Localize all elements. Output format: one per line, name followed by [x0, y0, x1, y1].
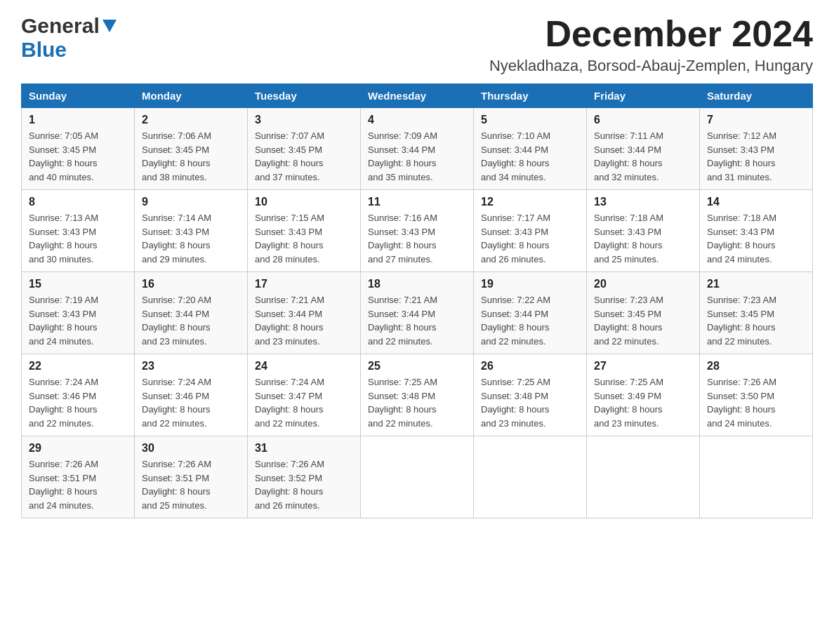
day-number: 25: [368, 360, 466, 373]
calendar-cell: 8Sunrise: 7:13 AMSunset: 3:43 PMDaylight…: [22, 190, 135, 272]
day-number: 30: [142, 442, 240, 455]
day-number: 19: [481, 278, 579, 290]
calendar-cell: 24Sunrise: 7:24 AMSunset: 3:47 PMDayligh…: [248, 354, 361, 436]
header-sunday: Sunday: [22, 84, 135, 108]
calendar-cell: 2Sunrise: 7:06 AMSunset: 3:45 PMDaylight…: [135, 108, 248, 190]
day-number: 13: [594, 196, 692, 208]
logo-general-text: General: [21, 14, 100, 38]
day-number: 14: [707, 196, 805, 208]
calendar-cell: 21Sunrise: 7:23 AMSunset: 3:45 PMDayligh…: [700, 272, 813, 354]
day-info: Sunrise: 7:25 AMSunset: 3:48 PMDaylight:…: [481, 375, 579, 430]
header-tuesday: Tuesday: [248, 84, 361, 108]
day-number: 28: [707, 360, 805, 373]
calendar-cell: 22Sunrise: 7:24 AMSunset: 3:46 PMDayligh…: [22, 354, 135, 436]
calendar-cell: 30Sunrise: 7:26 AMSunset: 3:51 PMDayligh…: [135, 436, 248, 518]
calendar-cell: 1Sunrise: 7:05 AMSunset: 3:45 PMDaylight…: [22, 108, 135, 190]
day-info: Sunrise: 7:23 AMSunset: 3:45 PMDaylight:…: [707, 293, 805, 348]
calendar-cell: 11Sunrise: 7:16 AMSunset: 3:43 PMDayligh…: [361, 190, 474, 272]
calendar-cell: 18Sunrise: 7:21 AMSunset: 3:44 PMDayligh…: [361, 272, 474, 354]
day-info: Sunrise: 7:15 AMSunset: 3:43 PMDaylight:…: [255, 211, 353, 266]
calendar-cell: 17Sunrise: 7:21 AMSunset: 3:44 PMDayligh…: [248, 272, 361, 354]
day-number: 8: [29, 196, 127, 208]
day-number: 22: [29, 360, 127, 373]
calendar-cell: 26Sunrise: 7:25 AMSunset: 3:48 PMDayligh…: [474, 354, 587, 436]
day-info: Sunrise: 7:21 AMSunset: 3:44 PMDaylight:…: [255, 293, 353, 348]
day-number: 20: [594, 278, 692, 290]
day-info: Sunrise: 7:24 AMSunset: 3:46 PMDaylight:…: [29, 375, 127, 430]
day-number: 12: [481, 196, 579, 208]
day-info: Sunrise: 7:25 AMSunset: 3:48 PMDaylight:…: [368, 375, 466, 430]
day-number: 5: [481, 114, 579, 126]
day-info: Sunrise: 7:11 AMSunset: 3:44 PMDaylight:…: [594, 129, 692, 184]
day-number: 9: [142, 196, 240, 208]
day-number: 31: [255, 442, 353, 455]
day-number: 7: [707, 114, 805, 126]
calendar-cell: 6Sunrise: 7:11 AMSunset: 3:44 PMDaylight…: [587, 108, 700, 190]
calendar-cell: 5Sunrise: 7:10 AMSunset: 3:44 PMDaylight…: [474, 108, 587, 190]
logo-blue-text: Blue: [21, 38, 67, 61]
day-info: Sunrise: 7:13 AMSunset: 3:43 PMDaylight:…: [29, 211, 127, 266]
day-info: Sunrise: 7:05 AMSunset: 3:45 PMDaylight:…: [29, 129, 127, 184]
day-number: 2: [142, 114, 240, 126]
calendar-cell: 27Sunrise: 7:25 AMSunset: 3:49 PMDayligh…: [587, 354, 700, 436]
day-number: 27: [594, 360, 692, 373]
day-number: 15: [29, 278, 127, 290]
day-number: 26: [481, 360, 579, 373]
day-number: 16: [142, 278, 240, 290]
day-number: 1: [29, 114, 127, 126]
logo-triangle-icon: [102, 20, 117, 35]
day-info: Sunrise: 7:24 AMSunset: 3:46 PMDaylight:…: [142, 375, 240, 430]
calendar-cell: 20Sunrise: 7:23 AMSunset: 3:45 PMDayligh…: [587, 272, 700, 354]
calendar-cell: 7Sunrise: 7:12 AMSunset: 3:43 PMDaylight…: [700, 108, 813, 190]
day-info: Sunrise: 7:26 AMSunset: 3:50 PMDaylight:…: [707, 375, 805, 430]
calendar-week-row: 1Sunrise: 7:05 AMSunset: 3:45 PMDaylight…: [22, 108, 813, 190]
calendar-cell: 16Sunrise: 7:20 AMSunset: 3:44 PMDayligh…: [135, 272, 248, 354]
day-info: Sunrise: 7:23 AMSunset: 3:45 PMDaylight:…: [594, 293, 692, 348]
calendar-cell: [700, 436, 813, 518]
day-info: Sunrise: 7:18 AMSunset: 3:43 PMDaylight:…: [594, 211, 692, 266]
calendar-cell: 4Sunrise: 7:09 AMSunset: 3:44 PMDaylight…: [361, 108, 474, 190]
header-monday: Monday: [135, 84, 248, 108]
calendar-cell: [361, 436, 474, 518]
day-info: Sunrise: 7:18 AMSunset: 3:43 PMDaylight:…: [707, 211, 805, 266]
day-info: Sunrise: 7:14 AMSunset: 3:43 PMDaylight:…: [142, 211, 240, 266]
day-info: Sunrise: 7:19 AMSunset: 3:43 PMDaylight:…: [29, 293, 127, 348]
location-subtitle: Nyekladhaza, Borsod-Abauj-Zemplen, Hunga…: [489, 57, 813, 75]
svg-marker-0: [102, 20, 117, 32]
day-info: Sunrise: 7:21 AMSunset: 3:44 PMDaylight:…: [368, 293, 466, 348]
header-friday: Friday: [587, 84, 700, 108]
header-saturday: Saturday: [700, 84, 813, 108]
calendar-week-row: 29Sunrise: 7:26 AMSunset: 3:51 PMDayligh…: [22, 436, 813, 518]
day-info: Sunrise: 7:17 AMSunset: 3:43 PMDaylight:…: [481, 211, 579, 266]
title-area: December 2024 Nyekladhaza, Borsod-Abauj-…: [489, 14, 813, 75]
calendar-table: Sunday Monday Tuesday Wednesday Thursday…: [21, 83, 813, 518]
day-info: Sunrise: 7:10 AMSunset: 3:44 PMDaylight:…: [481, 129, 579, 184]
calendar-cell: 28Sunrise: 7:26 AMSunset: 3:50 PMDayligh…: [700, 354, 813, 436]
day-number: 6: [594, 114, 692, 126]
calendar-week-row: 8Sunrise: 7:13 AMSunset: 3:43 PMDaylight…: [22, 190, 813, 272]
calendar-cell: [474, 436, 587, 518]
calendar-cell: 9Sunrise: 7:14 AMSunset: 3:43 PMDaylight…: [135, 190, 248, 272]
calendar-cell: 15Sunrise: 7:19 AMSunset: 3:43 PMDayligh…: [22, 272, 135, 354]
day-number: 21: [707, 278, 805, 290]
day-info: Sunrise: 7:07 AMSunset: 3:45 PMDaylight:…: [255, 129, 353, 184]
calendar-cell: 23Sunrise: 7:24 AMSunset: 3:46 PMDayligh…: [135, 354, 248, 436]
header-thursday: Thursday: [474, 84, 587, 108]
calendar-cell: 31Sunrise: 7:26 AMSunset: 3:52 PMDayligh…: [248, 436, 361, 518]
day-number: 11: [368, 196, 466, 208]
page-header: General Blue December 2024 Nyekladhaza, …: [21, 14, 813, 75]
day-number: 10: [255, 196, 353, 208]
day-number: 17: [255, 278, 353, 290]
day-info: Sunrise: 7:09 AMSunset: 3:44 PMDaylight:…: [368, 129, 466, 184]
calendar-header-row: Sunday Monday Tuesday Wednesday Thursday…: [22, 84, 813, 108]
calendar-cell: 14Sunrise: 7:18 AMSunset: 3:43 PMDayligh…: [700, 190, 813, 272]
day-number: 3: [255, 114, 353, 126]
day-info: Sunrise: 7:26 AMSunset: 3:51 PMDaylight:…: [142, 457, 240, 512]
calendar-cell: 19Sunrise: 7:22 AMSunset: 3:44 PMDayligh…: [474, 272, 587, 354]
day-info: Sunrise: 7:22 AMSunset: 3:44 PMDaylight:…: [481, 293, 579, 348]
day-info: Sunrise: 7:20 AMSunset: 3:44 PMDaylight:…: [142, 293, 240, 348]
calendar-week-row: 22Sunrise: 7:24 AMSunset: 3:46 PMDayligh…: [22, 354, 813, 436]
calendar-cell: 12Sunrise: 7:17 AMSunset: 3:43 PMDayligh…: [474, 190, 587, 272]
day-info: Sunrise: 7:26 AMSunset: 3:52 PMDaylight:…: [255, 457, 353, 512]
month-year-title: December 2024: [489, 14, 813, 54]
